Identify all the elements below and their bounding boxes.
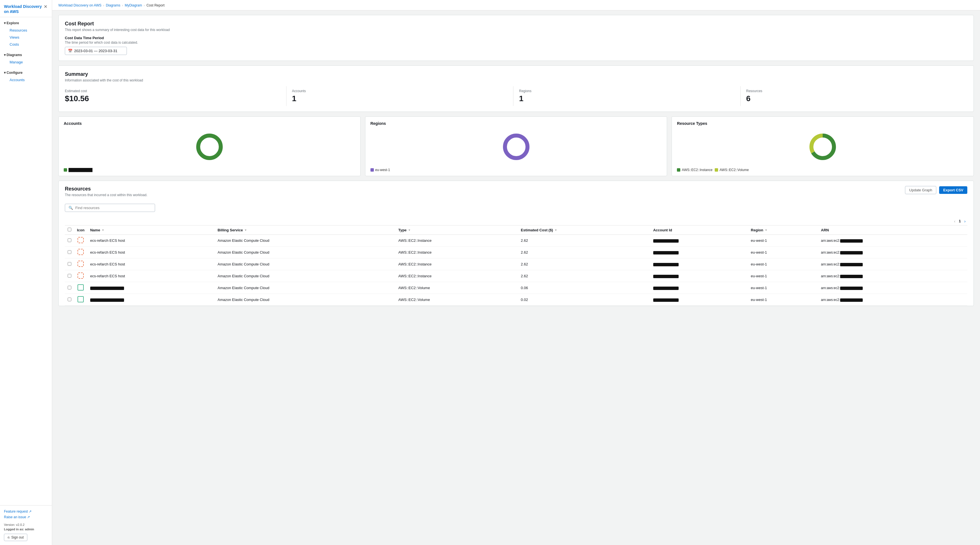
metric-accounts-label: Accounts xyxy=(292,89,508,93)
row-billing-service-1: Amazon Elastic Compute Cloud xyxy=(215,246,396,258)
metric-regions: Regions 1 xyxy=(514,86,741,106)
raise-issue-link[interactable]: Raise an issue ↗ xyxy=(4,515,48,519)
sidebar: Workload Discovery on AWS ✕ ▾ Explore Re… xyxy=(0,0,52,545)
regions-donut-svg xyxy=(501,131,532,162)
row-arn-3: arn:aws:ec2: xyxy=(818,270,967,282)
date-range-picker[interactable]: 📅 2023-03-01 — 2023-03-31 xyxy=(65,47,127,55)
row-billing-service-2: Amazon Elastic Compute Cloud xyxy=(215,258,396,270)
breadcrumb-item-mydiagram[interactable]: MyDiagram xyxy=(125,3,142,7)
page-next-button[interactable]: › xyxy=(963,218,967,224)
sidebar-diagrams-section: ▾ Diagrams Manage xyxy=(0,49,52,67)
row-checkbox-1[interactable] xyxy=(68,250,71,254)
sidebar-close-button[interactable]: ✕ xyxy=(43,4,48,9)
breadcrumb-sep-3: › xyxy=(144,4,145,7)
row-account-id-1 xyxy=(651,246,748,258)
row-arn-1: arn:aws:ec2: xyxy=(818,246,967,258)
th-type: Type ▼ xyxy=(396,226,518,235)
row-checkbox-3[interactable] xyxy=(68,274,71,278)
resources-table: Icon Name ▼ Billing Service ▼ Type ▼ Est… xyxy=(65,225,967,306)
table-row: Amazon Elastic Compute Cloud AWS::EC2::V… xyxy=(65,294,967,306)
accounts-chart-title: Accounts xyxy=(64,121,355,126)
row-type-2: AWS::EC2::Instance xyxy=(396,258,518,270)
select-all-checkbox[interactable] xyxy=(68,228,71,231)
resource-types-chart: Resource Types AWS::EC2::Instance xyxy=(671,116,974,176)
row-type-3: AWS::EC2::Instance xyxy=(396,270,518,282)
sidebar-header: Workload Discovery on AWS ✕ xyxy=(0,0,52,17)
ec2-icon xyxy=(78,272,84,279)
row-account-id-0 xyxy=(651,235,748,246)
resources-table-wrapper: Icon Name ▼ Billing Service ▼ Type ▼ Est… xyxy=(65,225,967,306)
ec2-icon xyxy=(78,261,84,267)
accounts-legend-dot xyxy=(64,168,67,172)
th-name: Name ▼ xyxy=(88,226,215,235)
metric-accounts: Accounts 1 xyxy=(286,86,514,106)
table-row: ecs-refarch ECS host Amazon Elastic Comp… xyxy=(65,246,967,258)
ec2-volume-legend-dot xyxy=(715,168,718,172)
row-arn-0: arn:aws:ec2: xyxy=(818,235,967,246)
content-area: Cost Report This report shows a summary … xyxy=(52,10,980,311)
time-period-desc: The time period for which cost data is c… xyxy=(65,41,967,44)
row-account-id-5 xyxy=(651,294,748,306)
breadcrumb-item-home[interactable]: Workload Discovery on AWS xyxy=(58,3,102,7)
row-arn-4: arn:aws:ec2: xyxy=(818,282,967,294)
accounts-chart: Accounts ██████████ xyxy=(58,116,361,176)
feature-request-link[interactable]: Feature request ↗ xyxy=(4,510,48,513)
regions-legend-label: eu-west-1 xyxy=(375,168,390,172)
row-checkbox-5[interactable] xyxy=(68,297,71,301)
row-checkbox-cell-4[interactable] xyxy=(65,282,74,294)
svg-point-1 xyxy=(198,135,221,158)
row-checkbox-cell-0[interactable] xyxy=(65,235,74,246)
row-type-4: AWS::EC2::Volume xyxy=(396,282,518,294)
table-header-row: Icon Name ▼ Billing Service ▼ Type ▼ Est… xyxy=(65,226,967,235)
sidebar-item-costs[interactable]: Costs xyxy=(4,41,48,48)
export-csv-button[interactable]: Export CSV xyxy=(939,186,967,194)
row-name-1: ecs-refarch ECS host xyxy=(88,246,215,258)
th-select-all[interactable] xyxy=(65,226,74,235)
resource-types-legend-item-vol: AWS::EC2::Volume xyxy=(715,168,749,172)
sidebar-item-resources[interactable]: Resources xyxy=(4,27,48,34)
calendar-icon: 📅 xyxy=(68,49,72,53)
metric-estimated-cost-label: Estimated cost xyxy=(65,89,280,93)
resource-types-legend: AWS::EC2::Instance AWS::EC2::Volume xyxy=(677,168,969,172)
row-icon-cell-0 xyxy=(74,235,88,246)
row-checkbox-4[interactable] xyxy=(68,286,71,289)
row-name-4 xyxy=(88,282,215,294)
accounts-legend: ██████████ xyxy=(64,168,355,172)
row-checkbox-0[interactable] xyxy=(68,238,71,242)
search-bar[interactable]: 🔍 xyxy=(65,204,155,212)
row-checkbox-cell-3[interactable] xyxy=(65,270,74,282)
metric-resources-label: Resources xyxy=(746,89,962,93)
row-account-id-2 xyxy=(651,258,748,270)
sidebar-item-accounts[interactable]: Accounts xyxy=(4,76,48,83)
row-checkbox-cell-1[interactable] xyxy=(65,246,74,258)
breadcrumb-sep-2: › xyxy=(122,4,123,7)
row-account-id-4 xyxy=(651,282,748,294)
row-icon-cell-1 xyxy=(74,246,88,258)
resource-types-chart-title: Resource Types xyxy=(677,121,969,126)
breadcrumb-item-diagrams[interactable]: Diagrams xyxy=(106,3,120,7)
row-checkbox-cell-2[interactable] xyxy=(65,258,74,270)
table-row: ecs-refarch ECS host Amazon Elastic Comp… xyxy=(65,235,967,246)
row-region-2: eu-west-1 xyxy=(748,258,818,270)
row-checkbox-2[interactable] xyxy=(68,262,71,266)
row-icon-cell-2 xyxy=(74,258,88,270)
summary-title: Summary xyxy=(65,71,967,77)
accounts-legend-label: ██████████ xyxy=(68,168,92,172)
regions-legend-dot xyxy=(371,168,374,172)
metric-resources-value: 6 xyxy=(746,94,962,103)
sidebar-item-manage[interactable]: Manage xyxy=(4,59,48,66)
row-billing-service-3: Amazon Elastic Compute Cloud xyxy=(215,270,396,282)
volume-icon xyxy=(78,284,84,291)
sign-out-button[interactable]: ⎋ Sign out xyxy=(4,534,27,541)
row-type-0: AWS::EC2::Instance xyxy=(396,235,518,246)
row-checkbox-cell-5[interactable] xyxy=(65,294,74,306)
page-prev-button[interactable]: ‹ xyxy=(952,218,957,224)
metric-accounts-value: 1 xyxy=(292,94,508,103)
row-icon-cell-3 xyxy=(74,270,88,282)
breadcrumb-sep-1: › xyxy=(103,4,104,7)
update-graph-button[interactable]: Update Graph xyxy=(905,186,937,194)
sidebar-item-views[interactable]: Views xyxy=(4,34,48,41)
search-input[interactable] xyxy=(75,206,151,210)
regions-chart-title: Regions xyxy=(371,121,662,126)
row-type-5: AWS::EC2::Volume xyxy=(396,294,518,306)
